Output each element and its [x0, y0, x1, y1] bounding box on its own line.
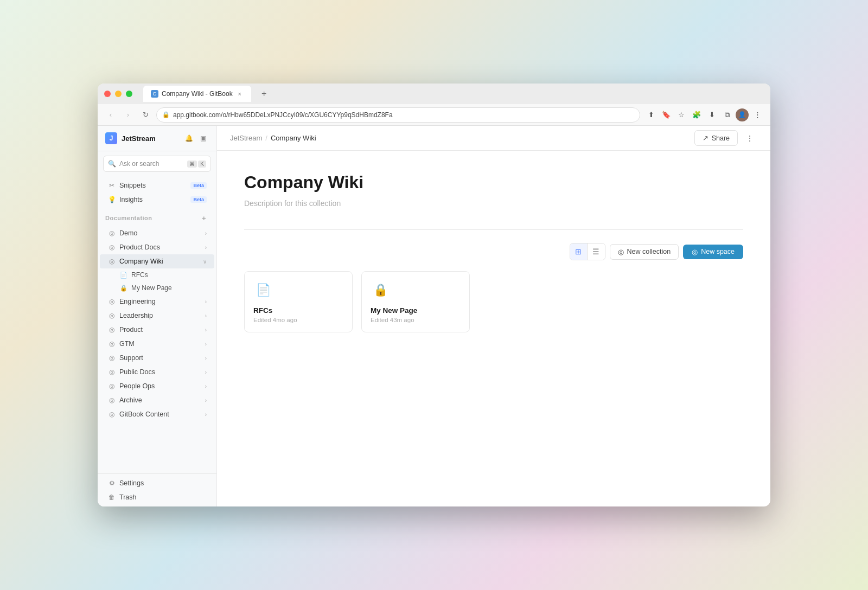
settings-label: Settings: [119, 479, 207, 487]
new-collection-icon: ◎: [618, 248, 624, 256]
add-docs-button[interactable]: +: [199, 213, 209, 223]
new-space-icon: ◎: [692, 248, 698, 256]
sidebar-item-gitbook-content[interactable]: ◎ GitBook Content ›: [100, 407, 214, 421]
product-docs-icon: ◎: [107, 243, 116, 252]
browser-titlebar: G Company Wiki - GitBook × +: [98, 84, 770, 104]
sidebar-item-demo[interactable]: ◎ Demo ›: [100, 226, 214, 240]
rfcs-page-icon: 📄: [119, 271, 128, 279]
sidebar-item-archive[interactable]: ◎ Archive ›: [100, 393, 214, 407]
sidebar-item-leadership[interactable]: ◎ Leadership ›: [100, 309, 214, 323]
tab-favicon: G: [151, 90, 158, 98]
docs-section-label: Documentation: [105, 215, 152, 221]
menu-icon[interactable]: ⋮: [751, 108, 764, 121]
split-view-icon[interactable]: ⧉: [720, 108, 733, 121]
tab-close-button[interactable]: ×: [236, 90, 244, 98]
app-container: J JetStream 🔔 ▣ 🔍 Ask or search ⌘ K ✂: [98, 126, 770, 506]
address-bar[interactable]: 🔒 app.gitbook.com/o/rHbw65DDeLxPNJCcyI09…: [156, 107, 640, 123]
sidebar-item-snippets[interactable]: ✂ Snippets Beta: [100, 178, 214, 193]
sidebar-subitem-rfcs[interactable]: 📄 RFCs: [100, 268, 214, 281]
refresh-button[interactable]: ↻: [139, 108, 152, 121]
close-window-button[interactable]: [104, 91, 111, 97]
profile-avatar[interactable]: 👤: [736, 108, 749, 121]
forward-button[interactable]: ›: [122, 108, 135, 121]
browser-toolbar: ‹ › ↻ 🔒 app.gitbook.com/o/rHbw65DDeLxPNJ…: [98, 104, 770, 126]
org-name[interactable]: J JetStream: [105, 132, 156, 144]
page-title: Company Wiki: [244, 172, 743, 193]
new-space-button[interactable]: ◎ New space: [683, 245, 743, 259]
back-button[interactable]: ‹: [104, 108, 117, 121]
star-icon[interactable]: ☆: [675, 108, 688, 121]
org-icon: J: [105, 132, 117, 144]
sidebar-bottom: ⚙ Settings 🗑 Trash: [98, 473, 216, 506]
screen-share-icon[interactable]: ⬆: [644, 108, 658, 121]
maximize-window-button[interactable]: [126, 91, 132, 97]
sidebar-item-gtm[interactable]: ◎ GTM ›: [100, 337, 214, 351]
space-card-rfcs[interactable]: ⋯ 📄 RFCs Edited 4mo ago: [244, 271, 353, 332]
sidebar-item-settings[interactable]: ⚙ Settings: [100, 476, 214, 490]
share-button[interactable]: ↗ Share: [694, 130, 738, 146]
sidebar-item-product-docs[interactable]: ◎ Product Docs ›: [100, 240, 214, 254]
sidebar-item-public-docs[interactable]: ◎ Public Docs ›: [100, 365, 214, 379]
my-new-page-card-meta: Edited 43m ago: [371, 317, 461, 323]
download-icon[interactable]: ⬇: [705, 108, 718, 121]
breadcrumb-org[interactable]: JetStream: [230, 134, 262, 142]
leadership-arrow: ›: [205, 313, 207, 319]
product-icon: ◎: [107, 325, 116, 334]
new-tab-button[interactable]: +: [258, 87, 271, 100]
list-view-button[interactable]: ☰: [588, 243, 605, 260]
leadership-icon: ◎: [107, 311, 116, 320]
card-body-my-new-page: ⋯ 🔒 My New Page Edited 43m ago: [362, 272, 469, 332]
sidebar-item-insights[interactable]: 💡 Insights Beta: [100, 193, 214, 207]
snippets-label: Snippets: [119, 182, 187, 189]
toolbar-actions: ⬆ 🔖 ☆ 🧩 ⬇ ⧉ 👤 ⋮: [644, 108, 764, 121]
search-placeholder: Ask or search: [119, 160, 159, 168]
snippets-icon: ✂: [107, 181, 116, 190]
gitbook-content-arrow: ›: [205, 412, 207, 418]
sidebar-subitem-my-new-page[interactable]: 🔒 My New Page: [100, 281, 214, 294]
gtm-arrow: ›: [205, 341, 207, 347]
search-shortcut: ⌘ K: [187, 161, 206, 168]
breadcrumb: JetStream / Company Wiki: [230, 134, 316, 142]
browser-tab[interactable]: G Company Wiki - GitBook ×: [143, 86, 251, 102]
sidebar-item-people-ops[interactable]: ◎ People Ops ›: [100, 379, 214, 393]
minimize-window-button[interactable]: [115, 91, 122, 97]
new-collection-button[interactable]: ◎ New collection: [610, 244, 679, 260]
search-bar[interactable]: 🔍 Ask or search ⌘ K: [103, 156, 211, 172]
space-card-my-new-page[interactable]: ⋯ 🔒 My New Page Edited 43m ago: [361, 271, 470, 332]
new-space-label: New space: [701, 248, 735, 255]
public-docs-icon: ◎: [107, 368, 116, 376]
list-icon: ☰: [592, 247, 599, 256]
more-options-button[interactable]: ⋮: [742, 131, 757, 146]
demo-icon: ◎: [107, 229, 116, 238]
sidebar-item-company-wiki[interactable]: ◎ Company Wiki ∨: [100, 254, 214, 268]
browser-window: G Company Wiki - GitBook × + ‹ › ↻ 🔒 app…: [98, 84, 770, 506]
cmd-key: ⌘: [187, 161, 197, 168]
sidebar-item-support[interactable]: ◎ Support ›: [100, 351, 214, 365]
support-icon: ◎: [107, 354, 116, 362]
address-text: app.gitbook.com/o/rHbw65DDeLxPNJCcyI09/c…: [173, 111, 393, 119]
archive-icon: ◎: [107, 396, 116, 405]
sidebar-item-product[interactable]: ◎ Product ›: [100, 323, 214, 337]
extensions-icon[interactable]: 🧩: [690, 108, 703, 121]
bookmark-icon[interactable]: 🔖: [660, 108, 673, 121]
archive-arrow: ›: [205, 397, 207, 403]
public-docs-arrow: ›: [205, 369, 207, 375]
sidebar-toggle-icon[interactable]: ▣: [197, 132, 209, 144]
product-docs-arrow: ›: [205, 245, 207, 251]
settings-icon: ⚙: [107, 479, 116, 488]
sidebar-item-trash[interactable]: 🗑 Trash: [100, 490, 214, 504]
sidebar-item-engineering[interactable]: ◎ Engineering ›: [100, 294, 214, 309]
my-new-page-label: My New Page: [131, 284, 172, 292]
rfcs-card-meta: Edited 4mo ago: [253, 317, 343, 323]
rfcs-label: RFCs: [131, 271, 148, 279]
grid-view-button[interactable]: ⊞: [570, 243, 588, 260]
sidebar-header-actions: 🔔 ▣: [183, 132, 209, 144]
engineering-icon: ◎: [107, 297, 116, 306]
insights-badge: Beta: [190, 196, 207, 203]
rfcs-card-title: RFCs: [253, 306, 343, 315]
grid-icon: ⊞: [575, 247, 582, 256]
company-wiki-icon: ◎: [107, 257, 116, 266]
header-actions: ↗ Share ⋮: [694, 130, 757, 146]
trash-icon: 🗑: [107, 493, 116, 502]
notifications-icon[interactable]: 🔔: [183, 132, 195, 144]
